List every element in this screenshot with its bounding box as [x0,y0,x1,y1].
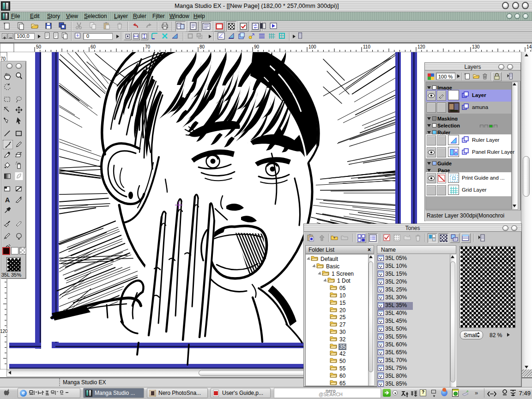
svg-text:120: 120 [417,44,425,49]
svg-text:14: 14 [526,44,532,49]
svg-text:90: 90 [254,44,260,49]
svg-text:50: 50 [36,44,42,49]
svg-text:70: 70 [145,44,151,49]
svg-text:120: 120 [0,329,7,334]
svg-text:60: 60 [91,44,96,49]
svg-text:80: 80 [200,44,205,49]
svg-text:100: 100 [308,44,316,49]
svg-text:A: A [5,196,10,204]
svg-text:110: 110 [363,44,370,49]
svg-text:130: 130 [472,44,480,49]
